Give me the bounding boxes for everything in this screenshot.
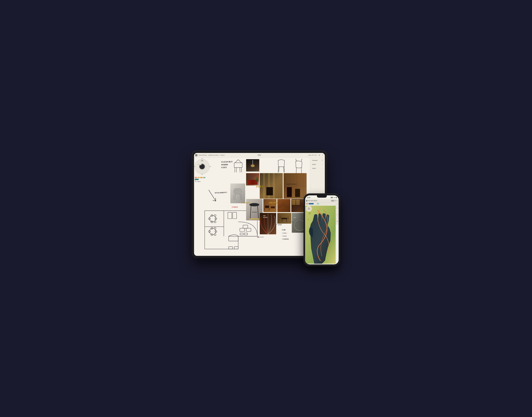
svg-point-22 — [214, 221, 216, 223]
layers-label: Layers — [197, 181, 201, 182]
svg-line-4 — [241, 167, 242, 172]
curve-text: CURVE — [232, 206, 238, 208]
zoom-level: Zoom: 55 % 4,0° — [308, 155, 317, 156]
phone-help-icon[interactable]: ? — [337, 200, 338, 201]
breadcrumb-sep2: › — [219, 154, 220, 156]
fan-share-text: FANSHARE — [263, 215, 268, 219]
breadcrumb-sep1: › — [207, 154, 208, 156]
phone-swatch-2[interactable] — [309, 203, 314, 204]
breadcrumb-videos[interactable]: Videos/Photos — [198, 154, 207, 156]
radial-tool[interactable]: 100 4.92 30.9 2,81 0% = 4,19 pts — [195, 159, 211, 176]
phone-canvas[interactable] — [305, 205, 336, 264]
swatch-coral[interactable] — [195, 177, 197, 178]
color-swatches — [195, 177, 210, 180]
photo-lamp — [246, 159, 259, 171]
phone-tool-2[interactable]: ✎ — [337, 214, 338, 215]
phone-swatch-4[interactable] — [317, 203, 319, 204]
phone-radial-tool[interactable] — [306, 206, 313, 213]
svg-line-6 — [240, 167, 240, 172]
import-button[interactable]: Import ↓ — [311, 167, 324, 170]
swatch-dark-teal[interactable] — [195, 179, 199, 180]
tablet-topbar: Videos/Photos › Cafeteria furniture › Cu… — [194, 153, 325, 157]
svg-point-18 — [214, 215, 216, 217]
svg-rect-32 — [243, 225, 248, 228]
svg-point-61 — [281, 203, 285, 207]
phone-swatch-1[interactable] — [306, 203, 308, 204]
phone-tool-3[interactable]: ☰ — [337, 221, 338, 222]
svg-rect-43 — [234, 188, 242, 194]
stance-text: STANCE — [241, 202, 250, 204]
radial-circle: 100 4.92 30.9 2,81 0% — [195, 159, 210, 174]
layers-panel[interactable]: ☰ Layers — [195, 181, 201, 182]
phone-pro-badge: PRO — [331, 200, 334, 201]
industrial-text: INDUSTRIAL? — [287, 184, 297, 185]
grid-dots-icon: ⠿ — [322, 159, 323, 161]
svg-line-54 — [258, 206, 259, 219]
svg-line-41 — [257, 236, 259, 237]
phone-import-icon[interactable]: ↓ — [337, 203, 338, 204]
signal-icon: ▌▌▌ — [331, 197, 333, 198]
phone-swatch-3[interactable] — [314, 203, 316, 204]
svg-line-12 — [213, 200, 216, 201]
svg-line-3 — [235, 167, 235, 172]
radial-top-label: 100 — [201, 158, 203, 159]
swatch-yellow[interactable] — [200, 177, 203, 178]
svg-point-29 — [214, 234, 216, 236]
svg-rect-56 — [265, 206, 269, 208]
phone-topbar-icons: ⚙ ? — [335, 200, 338, 201]
svg-rect-37 — [234, 247, 238, 249]
chair-sketch-right — [296, 159, 302, 173]
svg-line-13 — [216, 198, 216, 201]
svg-line-0 — [235, 159, 238, 163]
svg-point-73 — [330, 209, 332, 211]
svg-point-24 — [211, 227, 213, 229]
svg-point-69 — [295, 221, 304, 230]
svg-line-1 — [238, 159, 241, 163]
phone-apps-icon[interactable] — [306, 200, 307, 201]
breadcrumb-cafeteria[interactable]: Cafeteria furniture — [208, 154, 219, 156]
svg-point-76 — [332, 223, 333, 224]
phone-settings-icon[interactable]: ⚙ — [335, 200, 336, 201]
radial-left-label: 0% — [194, 166, 195, 167]
attachment-arrow — [209, 190, 216, 201]
precision-button[interactable]: Precision ⠿ — [311, 159, 324, 162]
phone-radial-knob[interactable] — [308, 208, 310, 210]
svg-rect-35 — [233, 212, 237, 219]
attachment-text: ATTACHMENT? — [215, 192, 227, 194]
swatch-orange[interactable] — [198, 177, 200, 178]
phone-right-toolbar: ⠿ ✎ ☰ — [336, 205, 339, 225]
svg-rect-39 — [244, 233, 247, 235]
svg-line-67 — [288, 217, 288, 219]
svg-rect-34 — [228, 212, 232, 219]
export-button[interactable]: Export ↑ — [311, 163, 324, 166]
apps-icon[interactable] — [195, 154, 197, 156]
svg-line-11 — [209, 190, 216, 201]
help-icon[interactable]: ? — [321, 154, 323, 156]
phone-status-icons: ▌▌▌ WiFi ▓ — [331, 197, 337, 198]
organic-text: ORGANIC — [269, 202, 278, 204]
settings-icon[interactable]: ⚙ — [318, 154, 320, 156]
svg-line-42 — [257, 237, 259, 238]
svg-line-10 — [301, 159, 302, 162]
svg-line-47 — [240, 194, 241, 200]
svg-point-26 — [209, 230, 211, 232]
swatch-teal[interactable] — [203, 177, 205, 178]
phone-canvas-title: blue hand ribbons — [308, 200, 331, 201]
svg-line-45 — [241, 194, 242, 200]
svg-line-66 — [280, 216, 281, 219]
layers-menu-icon: ☰ — [195, 181, 196, 182]
svg-point-19 — [209, 218, 211, 220]
left-panel: 100 4.92 30.9 2,81 0% = 4,19 pts — [194, 157, 203, 256]
svg-point-62 — [285, 205, 290, 209]
svg-point-28 — [211, 234, 213, 236]
tablet-canvas[interactable]: CLEAN BUTWARM/COZY ATTACHMENT? CURVE FEE… — [203, 157, 310, 256]
chair-sketch-middle — [278, 159, 285, 172]
svg-point-27 — [215, 230, 217, 232]
breadcrumb-custom[interactable]: Custom — [220, 154, 225, 156]
phone-export-icon[interactable]: ↑ — [336, 203, 336, 204]
topbar-left: Videos/Photos › Cafeteria furniture › Cu… — [195, 154, 258, 156]
export-icon: ↑ — [322, 163, 323, 165]
pro-badge-tablet: PRO — [258, 154, 261, 156]
phone-tool-1[interactable]: ⠿ — [337, 208, 338, 209]
svg-line-44 — [234, 194, 234, 200]
